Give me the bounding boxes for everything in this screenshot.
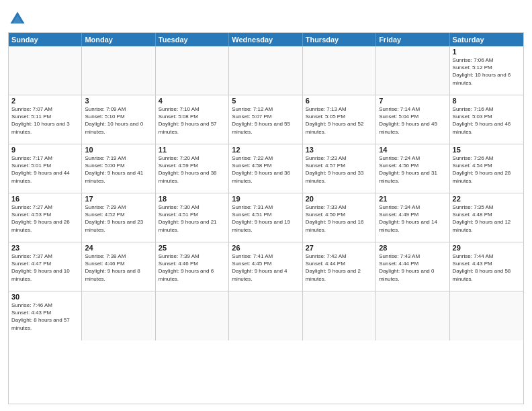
- calendar-cell: [229, 46, 302, 95]
- logo-icon: [8, 9, 27, 28]
- day-number: 21: [379, 195, 446, 203]
- day-info: Sunrise: 7:13 AM Sunset: 5:05 PM Dayligh…: [306, 105, 373, 136]
- weekday-header: Tuesday: [156, 33, 229, 46]
- calendar-cell: [376, 46, 449, 95]
- day-number: 6: [306, 97, 373, 105]
- calendar-cell: 11Sunrise: 7:20 AM Sunset: 4:59 PM Dayli…: [156, 144, 229, 193]
- day-info: Sunrise: 7:09 AM Sunset: 5:10 PM Dayligh…: [85, 105, 152, 136]
- calendar-cell: [303, 46, 376, 95]
- calendar-body: 1Sunrise: 7:06 AM Sunset: 5:12 PM Daylig…: [9, 46, 523, 340]
- day-info: Sunrise: 7:27 AM Sunset: 4:53 PM Dayligh…: [11, 203, 79, 234]
- calendar-cell: 7Sunrise: 7:14 AM Sunset: 5:04 PM Daylig…: [376, 95, 449, 144]
- day-number: 7: [379, 97, 446, 105]
- calendar-cell: 17Sunrise: 7:29 AM Sunset: 4:52 PM Dayli…: [82, 193, 155, 242]
- day-info: Sunrise: 7:29 AM Sunset: 4:52 PM Dayligh…: [85, 203, 152, 234]
- day-info: Sunrise: 7:33 AM Sunset: 4:50 PM Dayligh…: [306, 203, 373, 234]
- weekday-header: Wednesday: [229, 33, 302, 46]
- day-info: Sunrise: 7:34 AM Sunset: 4:49 PM Dayligh…: [379, 203, 446, 234]
- weekday-header: Saturday: [450, 33, 523, 46]
- weekday-header: Thursday: [303, 33, 376, 46]
- calendar-cell: [376, 291, 449, 340]
- page: SundayMondayTuesdayWednesdayThursdayFrid…: [0, 0, 532, 411]
- calendar-cell: [450, 291, 523, 340]
- day-info: Sunrise: 7:37 AM Sunset: 4:47 PM Dayligh…: [11, 253, 79, 283]
- day-number: 18: [159, 195, 226, 203]
- day-number: 4: [159, 97, 226, 105]
- calendar-cell: 12Sunrise: 7:22 AM Sunset: 4:58 PM Dayli…: [229, 144, 302, 193]
- day-info: Sunrise: 7:16 AM Sunset: 5:03 PM Dayligh…: [453, 105, 521, 136]
- calendar-cell: 2Sunrise: 7:07 AM Sunset: 5:11 PM Daylig…: [9, 95, 82, 144]
- day-number: 20: [306, 195, 373, 203]
- calendar-cell: 14Sunrise: 7:24 AM Sunset: 4:56 PM Dayli…: [376, 144, 449, 193]
- calendar-cell: [9, 46, 82, 95]
- header: [8, 7, 524, 28]
- day-number: 30: [11, 293, 79, 301]
- calendar-cell: 10Sunrise: 7:19 AM Sunset: 5:00 PM Dayli…: [82, 144, 155, 193]
- day-number: 27: [306, 244, 373, 252]
- day-info: Sunrise: 7:23 AM Sunset: 4:57 PM Dayligh…: [306, 154, 373, 185]
- weekday-header: Monday: [82, 33, 155, 46]
- calendar-cell: [156, 291, 229, 340]
- calendar-cell: [303, 291, 376, 340]
- day-number: 9: [11, 146, 79, 154]
- calendar-cell: 9Sunrise: 7:17 AM Sunset: 5:01 PM Daylig…: [9, 144, 82, 193]
- calendar-cell: [229, 291, 302, 340]
- day-number: 22: [453, 195, 521, 203]
- day-info: Sunrise: 7:30 AM Sunset: 4:51 PM Dayligh…: [159, 203, 226, 234]
- day-number: 17: [85, 195, 152, 203]
- day-number: 11: [159, 146, 226, 154]
- weekday-header: Friday: [376, 33, 449, 46]
- calendar: SundayMondayTuesdayWednesdayThursdayFrid…: [8, 32, 524, 404]
- day-info: Sunrise: 7:38 AM Sunset: 4:46 PM Dayligh…: [85, 253, 152, 283]
- day-number: 14: [379, 146, 446, 154]
- calendar-row: 2Sunrise: 7:07 AM Sunset: 5:11 PM Daylig…: [9, 95, 523, 144]
- day-info: Sunrise: 7:26 AM Sunset: 4:54 PM Dayligh…: [453, 154, 521, 185]
- day-number: 29: [453, 244, 521, 252]
- day-info: Sunrise: 7:19 AM Sunset: 5:00 PM Dayligh…: [85, 154, 152, 185]
- day-info: Sunrise: 7:44 AM Sunset: 4:43 PM Dayligh…: [453, 253, 521, 283]
- calendar-cell: 30Sunrise: 7:46 AM Sunset: 4:43 PM Dayli…: [9, 291, 82, 340]
- day-number: 25: [159, 244, 226, 252]
- calendar-row: 16Sunrise: 7:27 AM Sunset: 4:53 PM Dayli…: [9, 193, 523, 242]
- calendar-cell: 16Sunrise: 7:27 AM Sunset: 4:53 PM Dayli…: [9, 193, 82, 242]
- calendar-cell: 27Sunrise: 7:42 AM Sunset: 4:44 PM Dayli…: [303, 242, 376, 291]
- calendar-row: 9Sunrise: 7:17 AM Sunset: 5:01 PM Daylig…: [9, 144, 523, 193]
- day-number: 13: [306, 146, 373, 154]
- calendar-cell: 28Sunrise: 7:43 AM Sunset: 4:44 PM Dayli…: [376, 242, 449, 291]
- day-number: 10: [85, 146, 152, 154]
- day-info: Sunrise: 7:41 AM Sunset: 4:45 PM Dayligh…: [232, 253, 299, 283]
- calendar-cell: 3Sunrise: 7:09 AM Sunset: 5:10 PM Daylig…: [82, 95, 155, 144]
- day-number: 5: [232, 97, 299, 105]
- day-number: 8: [453, 97, 521, 105]
- day-info: Sunrise: 7:14 AM Sunset: 5:04 PM Dayligh…: [379, 105, 446, 136]
- calendar-cell: 20Sunrise: 7:33 AM Sunset: 4:50 PM Dayli…: [303, 193, 376, 242]
- calendar-cell: 26Sunrise: 7:41 AM Sunset: 4:45 PM Dayli…: [229, 242, 302, 291]
- day-number: 19: [232, 195, 299, 203]
- day-info: Sunrise: 7:42 AM Sunset: 4:44 PM Dayligh…: [306, 253, 373, 283]
- calendar-row: 1Sunrise: 7:06 AM Sunset: 5:12 PM Daylig…: [9, 46, 523, 95]
- day-info: Sunrise: 7:06 AM Sunset: 5:12 PM Dayligh…: [453, 56, 521, 87]
- calendar-cell: 22Sunrise: 7:35 AM Sunset: 4:48 PM Dayli…: [450, 193, 523, 242]
- calendar-cell: 19Sunrise: 7:31 AM Sunset: 4:51 PM Dayli…: [229, 193, 302, 242]
- day-info: Sunrise: 7:39 AM Sunset: 4:46 PM Dayligh…: [159, 253, 226, 283]
- calendar-cell: [82, 46, 155, 95]
- day-number: 12: [232, 146, 299, 154]
- day-info: Sunrise: 7:10 AM Sunset: 5:08 PM Dayligh…: [159, 105, 226, 136]
- calendar-cell: [156, 46, 229, 95]
- day-info: Sunrise: 7:17 AM Sunset: 5:01 PM Dayligh…: [11, 154, 79, 185]
- day-number: 16: [11, 195, 79, 203]
- calendar-cell: 29Sunrise: 7:44 AM Sunset: 4:43 PM Dayli…: [450, 242, 523, 291]
- day-number: 28: [379, 244, 446, 252]
- calendar-cell: 6Sunrise: 7:13 AM Sunset: 5:05 PM Daylig…: [303, 95, 376, 144]
- day-info: Sunrise: 7:31 AM Sunset: 4:51 PM Dayligh…: [232, 203, 299, 234]
- calendar-cell: 21Sunrise: 7:34 AM Sunset: 4:49 PM Dayli…: [376, 193, 449, 242]
- logo: [8, 9, 30, 28]
- calendar-cell: [82, 291, 155, 340]
- day-number: 1: [453, 48, 521, 56]
- calendar-cell: 18Sunrise: 7:30 AM Sunset: 4:51 PM Dayli…: [156, 193, 229, 242]
- day-info: Sunrise: 7:24 AM Sunset: 4:56 PM Dayligh…: [379, 154, 446, 185]
- day-number: 2: [11, 97, 79, 105]
- day-number: 24: [85, 244, 152, 252]
- day-info: Sunrise: 7:22 AM Sunset: 4:58 PM Dayligh…: [232, 154, 299, 185]
- day-info: Sunrise: 7:35 AM Sunset: 4:48 PM Dayligh…: [453, 203, 521, 234]
